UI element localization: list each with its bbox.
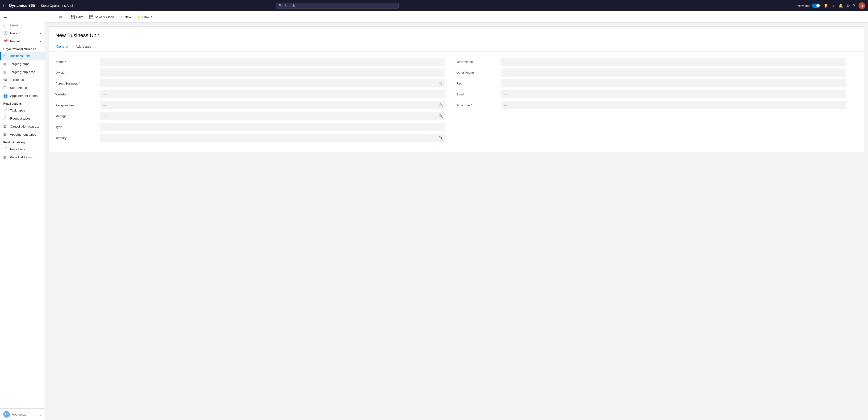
territory-search-icon[interactable]: 🔍 [439,136,443,140]
sidebar-item-pinned[interactable]: 📌 Pinned ▾ [0,37,44,45]
recent-icon: 🕐 [3,31,8,35]
sidebar-item-appointment-teams[interactable]: 👥 Appointment teams [0,92,44,100]
sidebar-item-cancellation-reaso[interactable]: ⊠ Cancellation reaso... [0,122,44,131]
target-group-asso-icon: ▤ [3,70,7,74]
sidebar-item-target-groups-label: Target groups [10,62,30,66]
sidebar-item-territories[interactable]: 🗺 Territories [0,76,44,84]
field-territory-input[interactable]: --- 🔍 [100,134,445,142]
nav-actions: New look 💡 ＋ 🔔 ⚙ ? R [798,2,865,9]
save-close-label: Save & Close [95,15,114,19]
flow-chevron-icon: ▾ [151,16,152,19]
field-other-phone-input[interactable]: --- [501,68,846,77]
sidebar-item-target-groups[interactable]: ▦ Target groups [0,60,44,68]
field-territory-label: Territory [55,136,100,140]
search-input[interactable] [284,4,396,7]
field-name-value: --- [102,60,106,63]
help-icon[interactable]: ? [853,4,855,8]
new-look-toggle-switch[interactable] [812,4,820,8]
field-email-label: Email [456,92,501,96]
toolbar: ← ⧉ 💾 Save 💾 Save & Close ＋ New ⚡ Flow ▾ [45,11,868,23]
plus-icon[interactable]: ＋ [832,3,835,8]
field-other-phone-label: Other Phone [456,71,501,75]
sidebar-item-store-zones-label: Store zones [10,86,27,89]
sidebar-item-price-list-items[interactable]: ▦ Price List Items [0,153,44,161]
top-navigation: ⠿ Dynamics 365 Store Operations Assist 🔍… [0,0,868,11]
lightbulb-icon[interactable]: 💡 [824,4,828,8]
sidebar-item-recent[interactable]: 🕐 Recent ▾ [0,29,44,37]
sidebar-item-target-group-asso-label: Target group asso... [10,70,38,74]
back-icon: ← [50,15,54,19]
grid-icon[interactable]: ⠿ [3,3,6,8]
sidebar-item-territories-label: Territories [10,78,24,82]
field-division-input[interactable]: --- [100,68,445,77]
manager-search-icon[interactable]: 🔍 [439,114,443,118]
field-manager-input[interactable]: --- 🔍 [100,112,445,120]
sidebar-item-request-types-label: Request types [10,117,30,120]
flow-icon: ⚡ [137,15,141,19]
field-timezone-value: --- [503,104,507,107]
field-type-row: Type --- [55,122,445,131]
field-email-input[interactable]: --- [501,90,846,98]
save-close-button[interactable]: 💾 Save & Close [87,14,117,20]
sidebar-collapse-button[interactable]: ☰ [0,11,44,21]
sidebar-item-price-lists[interactable]: 📄 Price Lists [0,145,44,153]
form-section-right: Main Phone --- Other Phone --- [456,57,857,144]
new-label: New [125,15,131,19]
sidebar-item-task-types[interactable]: 📄 Task types [0,106,44,114]
sidebar-item-home[interactable]: ⌂ Home [0,21,44,29]
new-button[interactable]: ＋ New [118,13,133,21]
field-timezone-label: Timezone * [456,104,501,107]
field-fax-row: Fax --- [456,79,846,88]
back-button[interactable]: ← [48,14,56,20]
sidebar-item-target-group-asso[interactable]: ▤ Target group asso... [0,68,44,76]
field-main-phone-label: Main Phone [456,60,501,63]
field-timezone-input[interactable]: --- [501,101,846,109]
field-main-phone-input[interactable]: --- [501,58,846,66]
window-icon: ⧉ [59,15,62,19]
field-assignee-team-input[interactable]: --- 🔍 [100,101,445,109]
field-name-row: Name * --- [55,57,445,66]
brand-app: Store Operations Assist [41,4,75,7]
target-groups-icon: ▦ [3,62,7,66]
tab-addresses[interactable]: Addresses [75,42,92,51]
retail-actions-label: Retail actions [0,100,44,106]
search-bar[interactable]: 🔍 [276,3,399,9]
window-button[interactable]: ⧉ [57,14,64,20]
field-name-input[interactable]: --- [100,58,445,66]
sidebar-item-request-types[interactable]: 📋 Request types [0,114,44,122]
request-types-icon: 📋 [3,116,8,120]
sidebar-item-task-types-label: Task types [10,109,25,112]
avatar[interactable]: R [859,2,865,9]
field-name-label: Name * [55,60,100,63]
bell-icon[interactable]: 🔔 [838,4,843,8]
sidebar-item-store-zones[interactable]: ⊡ Store zones [0,84,44,92]
appointment-types-icon: ▦ [3,132,7,137]
org-structure-label: Organizational structure [0,45,44,52]
tab-general[interactable]: General [55,42,69,51]
appointment-teams-icon: 👥 [3,93,8,98]
new-look-toggle[interactable]: New look [798,4,820,8]
gear-icon[interactable]: ⚙ [846,4,850,8]
app-body: ☰ ⌂ Home 🕐 Recent ▾ 📌 Pinned ▾ Organizat… [0,11,868,420]
save-button[interactable]: 💾 Save [68,14,86,20]
parent-business-search-icon[interactable]: 🔍 [439,82,443,85]
field-email-row: Email --- [456,90,846,99]
assignee-team-search-icon[interactable]: 🔍 [439,103,443,107]
sidebar-item-business-units[interactable]: ⊞ Business units [0,52,44,60]
form-title: New Business Unit [55,32,857,38]
app-setup-label: App setup [12,413,26,416]
app-setup-footer[interactable]: AS App setup ◇ [0,409,44,420]
field-fax-input[interactable]: --- [501,79,846,87]
tab-addresses-label: Addresses [76,45,91,49]
diamond-icon: ◇ [39,413,41,416]
field-timezone-row: Timezone * --- [456,101,846,110]
flow-button[interactable]: ⚡ Flow ▾ [134,14,155,20]
field-website-input[interactable]: --- [100,90,445,98]
sidebar-item-appointment-types[interactable]: ▦ Appointment types [0,131,44,138]
field-parent-business-input[interactable]: --- 🔍 [100,79,445,87]
brand-separator [38,3,38,8]
field-division-value: --- [102,71,106,75]
main-content: ← ⧉ 💾 Save 💾 Save & Close ＋ New ⚡ Flow ▾ [45,11,868,420]
field-type-input[interactable]: --- [100,123,445,131]
field-main-phone-value: --- [503,60,507,63]
